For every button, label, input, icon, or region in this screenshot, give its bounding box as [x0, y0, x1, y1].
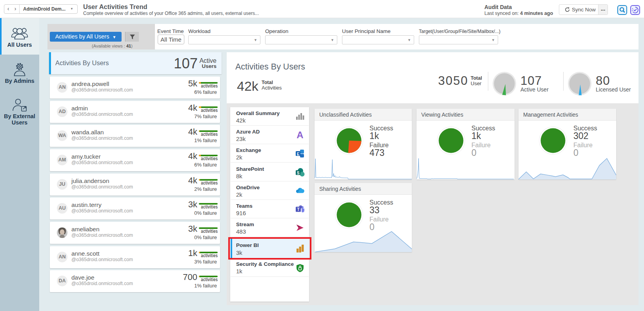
svg-text:T: T	[297, 207, 299, 212]
svg-text:E: E	[297, 152, 300, 156]
svg-text:S: S	[297, 171, 300, 175]
svg-text:A: A	[297, 130, 303, 140]
